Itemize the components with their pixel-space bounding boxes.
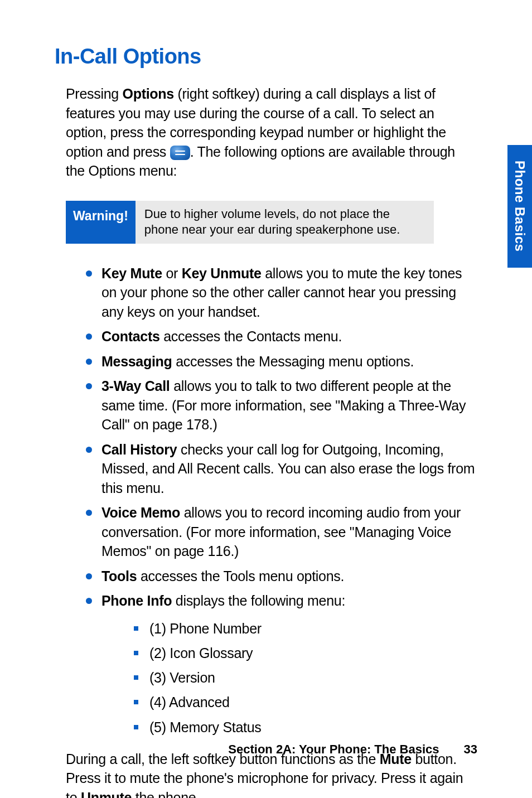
bullet-rest: accesses the Contacts menu.	[160, 328, 342, 344]
phone-info-sublist: (1) Phone Number (2) Icon Glossary (3) V…	[134, 618, 477, 737]
list-item: Phone Info displays the following menu: …	[86, 591, 477, 737]
page-heading: In-Call Options	[55, 45, 477, 69]
list-item: Tools accesses the Tools menu options.	[86, 567, 477, 586]
sub-list-item: (1) Phone Number	[134, 618, 477, 639]
warning-box: Warning! Due to higher volume levels, do…	[66, 201, 434, 244]
menu-ok-icon	[170, 146, 190, 160]
list-item: Contacts accesses the Contacts menu.	[86, 327, 477, 346]
warning-text: Due to higher volume levels, do not plac…	[136, 201, 434, 244]
sub-list-item: (3) Version	[134, 668, 477, 688]
sub-list-item: (4) Advanced	[134, 692, 477, 712]
bullet-bold: Tools	[101, 568, 137, 584]
list-item: Call History checks your call log for Ou…	[86, 440, 477, 498]
bullet-bold: Voice Memo	[101, 505, 180, 520]
bullet-bold: Key Mute	[101, 265, 162, 281]
intro-bold-options: Options	[123, 86, 174, 101]
bullet-rest: displays the following menu:	[172, 593, 345, 608]
sub-list-item: (5) Memory Status	[134, 717, 477, 737]
bullet-bold: Messaging	[101, 354, 172, 369]
bullet-mid: or	[162, 265, 182, 281]
options-bullet-list: Key Mute or Key Unmute allows you to mut…	[86, 264, 477, 737]
bullet-bold: Key Unmute	[182, 265, 262, 281]
page-footer: Section 2A: Your Phone: The Basics 33	[228, 742, 477, 757]
bullet-bold: 3-Way Call	[101, 378, 170, 394]
bullet-bold: Contacts	[101, 328, 160, 344]
bullet-rest: accesses the Tools menu options.	[137, 568, 344, 584]
list-item: Voice Memo allows you to record incoming…	[86, 503, 477, 561]
intro-text-1: Pressing	[66, 86, 123, 101]
sub-list-item: (2) Icon Glossary	[134, 643, 477, 663]
footer-page-number: 33	[464, 742, 477, 757]
footer-section: Section 2A: Your Phone: The Basics	[228, 742, 439, 757]
closing-bold-unmute: Unmute	[81, 790, 132, 798]
side-tab-phone-basics: Phone Basics	[507, 145, 532, 268]
intro-paragraph: Pressing Options (right softkey) during …	[66, 84, 477, 181]
bullet-bold: Phone Info	[101, 593, 172, 608]
bullet-rest: accesses the Messaging menu options.	[172, 354, 414, 369]
bullet-bold: Call History	[101, 442, 177, 457]
warning-label: Warning!	[66, 201, 136, 244]
list-item: 3-Way Call allows you to talk to two dif…	[86, 376, 477, 434]
list-item: Messaging accesses the Messaging menu op…	[86, 352, 477, 371]
list-item: Key Mute or Key Unmute allows you to mut…	[86, 264, 477, 322]
closing-text-3: the phone.	[132, 790, 200, 798]
